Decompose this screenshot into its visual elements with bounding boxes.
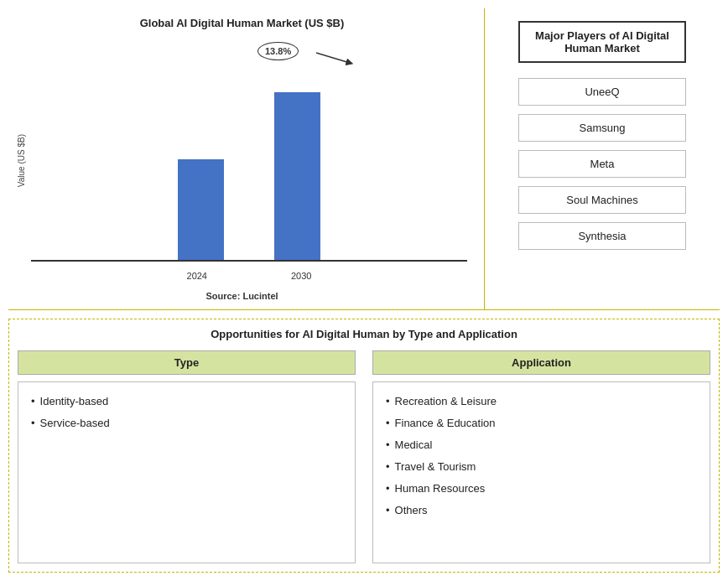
bottom-title: Opportunities for AI Digital Human by Ty… [18,328,710,340]
main-container: Global AI Digital Human Market (US $B) V… [0,0,728,581]
x-axis-line [31,260,467,262]
bottom-columns: Type • Identity-based • Service-based Ap… [18,350,710,563]
app-item-recreation: • Recreation & Leisure [386,391,697,412]
app-item-medical: • Medical [386,434,697,456]
bar-2030 [274,92,320,260]
app-label-travel: Travel & Tourism [395,456,476,478]
annotation-area: 13.8% [31,38,467,71]
x-axis-labels: 2024 2030 [31,263,467,284]
annotation-bubble: 13.8% [257,42,299,60]
bullet-recreation: • [386,391,390,412]
bullet-medical: • [386,434,390,456]
chart-title: Global AI Digital Human Market (US $B) [140,17,345,29]
chart-section: Global AI Digital Human Market (US $B) V… [8,8,485,309]
app-item-travel: • Travel & Tourism [386,456,697,478]
type-item-service: • Service-based [31,412,342,434]
bullet-travel: • [386,456,390,478]
app-item-finance: • Finance & Education [386,412,697,434]
svg-line-1 [316,53,350,63]
player-item-soul-machines: Soul Machines [518,186,686,214]
annotation-arrow-svg [316,46,358,71]
app-item-others: • Others [386,500,697,521]
app-label-hr: Human Resources [395,478,486,500]
player-item-samsung: Samsung [518,114,686,142]
type-content: • Identity-based • Service-based [18,381,356,563]
app-label-medical: Medical [395,434,433,456]
player-item-synthesia: Synthesia [518,222,686,250]
application-content: • Recreation & Leisure • Finance & Educa… [372,381,710,563]
player-item-meta: Meta [518,150,686,178]
bar-2024 [178,159,224,260]
source-text: Source: Lucintel [205,291,278,301]
type-item-identity: • Identity-based [31,391,342,412]
type-label-service: Service-based [40,412,110,434]
top-section: Global AI Digital Human Market (US $B) V… [8,8,720,310]
bars-inner [31,71,467,260]
players-title: Major Players of AI Digital Human Market [518,21,686,63]
player-item-uneeq: UneeQ [518,78,686,106]
bullet-others: • [386,500,390,521]
bar-label-2024: 2024 [187,271,207,281]
bar-group-2030 [274,92,320,260]
app-item-hr: • Human Resources [386,478,697,500]
app-label-finance: Finance & Education [395,412,496,434]
chart-area: Value (US $B) 13.8% [17,38,467,284]
application-header: Application [372,350,710,375]
y-axis-label: Value (US $B) [17,134,26,187]
type-column: Type • Identity-based • Service-based [18,350,356,563]
bullet-finance: • [386,412,390,434]
bar-label-2030: 2030 [291,271,311,281]
type-label-identity: Identity-based [40,391,109,412]
bullet-identity: • [31,391,35,412]
application-column: Application • Recreation & Leisure • Fin… [372,350,710,563]
bars-container: 13.8% [31,38,467,284]
app-label-recreation: Recreation & Leisure [395,391,497,412]
bar-group-2024 [178,159,224,260]
bullet-hr: • [386,478,390,500]
bottom-section: Opportunities for AI Digital Human by Ty… [8,319,720,573]
type-header: Type [18,350,356,375]
players-section: Major Players of AI Digital Human Market… [485,8,720,309]
annotation: 13.8% [257,42,299,60]
bullet-service: • [31,412,35,434]
app-label-others: Others [395,500,428,521]
